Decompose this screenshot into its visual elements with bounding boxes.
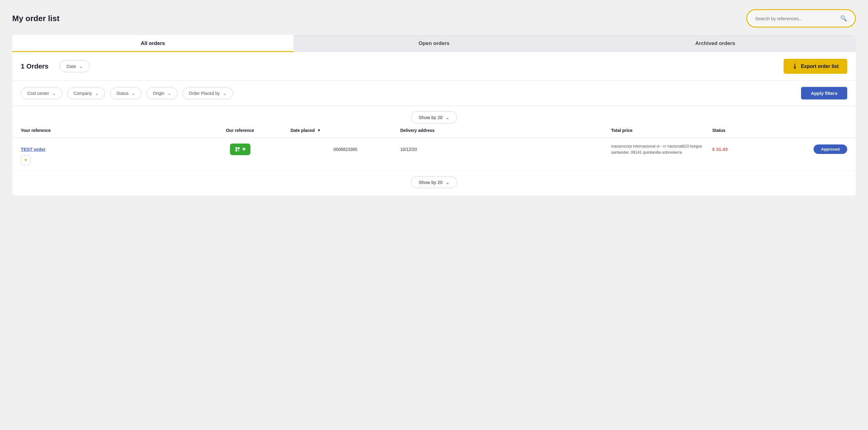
date-dropdown[interactable]: Date ⌄ bbox=[60, 60, 90, 72]
reorder-button-cell: + ✚ bbox=[190, 144, 291, 155]
svg-text:+: + bbox=[238, 149, 239, 152]
reorder-icon: + bbox=[235, 147, 240, 152]
show-by-top-label: Show by 20 bbox=[418, 115, 442, 120]
reorder-button[interactable]: + ✚ bbox=[230, 144, 250, 155]
show-by-bottom-label: Show by 20 bbox=[418, 180, 442, 185]
col-date-placed[interactable]: Date placed ▼ bbox=[291, 128, 401, 133]
chevron-down-icon: ⌄ bbox=[52, 91, 56, 96]
reorder-plus-label: ✚ bbox=[242, 147, 246, 151]
search-box: 🔍 bbox=[749, 12, 853, 25]
delivery-address-value: maxamcorp internacional sl - cr nacional… bbox=[611, 143, 712, 155]
chevron-down-icon: ▼ bbox=[24, 157, 28, 163]
filters-top: 1 Orders Date ⌄ ⭳ Export order list bbox=[12, 52, 856, 81]
row-action-button[interactable]: ▼ bbox=[21, 155, 31, 165]
table-header: Your reference Our reference Date placed… bbox=[12, 123, 856, 138]
svg-rect-0 bbox=[236, 147, 237, 149]
search-input[interactable] bbox=[755, 16, 840, 21]
page-title: My order list bbox=[12, 14, 60, 23]
main-card: All orders Open orders Archived orders 1… bbox=[12, 35, 856, 196]
status-dropdown[interactable]: Status ⌄ bbox=[110, 88, 142, 99]
chevron-down-icon: ⌄ bbox=[223, 91, 226, 96]
chevron-down-icon: ⌄ bbox=[79, 64, 83, 69]
orders-count: 1 Orders bbox=[21, 62, 49, 70]
order-placed-by-label: Order Placed by bbox=[189, 91, 220, 96]
col-total-price: Total price bbox=[611, 128, 712, 133]
col-our-reference: Our reference bbox=[190, 127, 291, 133]
search-icon: 🔍 bbox=[840, 15, 847, 22]
filters-row: Cost center ⌄ Company ⌄ Status ⌄ Origin … bbox=[12, 81, 856, 106]
filters-top-left: 1 Orders Date ⌄ bbox=[21, 60, 90, 72]
search-box-wrapper: 🔍 bbox=[746, 9, 856, 28]
status-badge: Approved bbox=[813, 144, 847, 154]
show-by-bottom-button[interactable]: Show by 20 ⌄ bbox=[411, 176, 457, 188]
chevron-down-icon: ⌄ bbox=[446, 115, 450, 120]
company-label: Company bbox=[74, 91, 92, 96]
show-by-top-button[interactable]: Show by 20 ⌄ bbox=[411, 111, 457, 123]
tabs-bar: All orders Open orders Archived orders bbox=[12, 35, 856, 52]
cost-center-label: Cost center bbox=[27, 91, 49, 96]
order-placed-by-dropdown[interactable]: Order Placed by ⌄ bbox=[183, 88, 233, 99]
col-delivery-address: Delivery address bbox=[400, 128, 611, 133]
date-placed-value: 10/12/20 bbox=[400, 147, 611, 152]
chevron-down-icon: ⌄ bbox=[95, 91, 99, 96]
cost-center-dropdown[interactable]: Cost center ⌄ bbox=[21, 88, 62, 99]
chevron-down-icon: ⌄ bbox=[446, 180, 450, 185]
status-label: Status bbox=[117, 91, 129, 96]
col-status: Status bbox=[712, 128, 813, 133]
sort-desc-icon: ▼ bbox=[317, 128, 321, 133]
apply-filters-button[interactable]: Apply filters bbox=[801, 87, 847, 99]
export-order-list-button[interactable]: ⭳ Export order list bbox=[784, 59, 847, 74]
chevron-down-icon: ⌄ bbox=[131, 91, 135, 96]
date-dropdown-label: Date bbox=[67, 64, 76, 69]
tab-open-orders[interactable]: Open orders bbox=[293, 35, 575, 52]
export-label: Export order list bbox=[801, 64, 839, 69]
total-price-value: € 31.43 bbox=[712, 147, 813, 152]
tab-archived-orders[interactable]: Archived orders bbox=[575, 35, 856, 52]
company-dropdown[interactable]: Company ⌄ bbox=[67, 88, 105, 99]
origin-dropdown[interactable]: Origin ⌄ bbox=[147, 88, 177, 99]
order-reference-link[interactable]: TEST order bbox=[21, 147, 190, 152]
our-reference-value: 0006823385 bbox=[291, 147, 401, 152]
download-icon: ⭳ bbox=[792, 63, 798, 69]
show-by-bottom-wrapper: Show by 20 ⌄ bbox=[12, 171, 856, 196]
origin-label: Origin bbox=[153, 91, 164, 96]
page-header: My order list 🔍 bbox=[12, 9, 856, 28]
col-your-reference: Your reference bbox=[21, 128, 190, 133]
svg-rect-1 bbox=[238, 147, 239, 149]
chevron-down-icon: ⌄ bbox=[167, 91, 171, 96]
table-row: TEST order + ✚ 0006823385 10/12/20 maxam… bbox=[12, 138, 856, 171]
show-by-top-wrapper: Show by 20 ⌄ bbox=[12, 106, 856, 123]
svg-rect-2 bbox=[236, 149, 237, 151]
tab-all-orders[interactable]: All orders bbox=[12, 35, 293, 52]
